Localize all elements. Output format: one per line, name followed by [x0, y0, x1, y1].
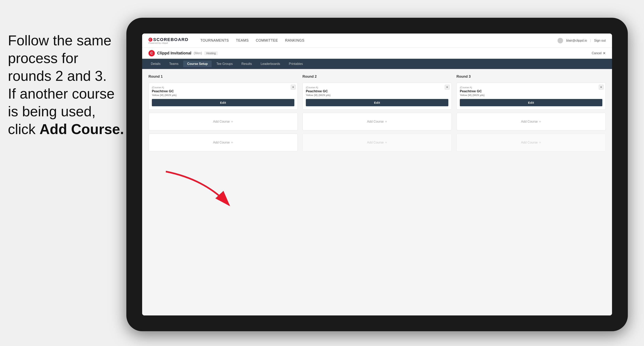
- tablet-screen: C SCOREBOARD Powered by clippd TOURNAMEN…: [142, 33, 612, 316]
- plus-icon-2: +: [231, 140, 233, 145]
- round-2-course-name: Peachtree GC: [306, 89, 448, 93]
- tab-results[interactable]: Results: [238, 60, 256, 67]
- instruction-text: Follow the same process for rounds 2 and…: [0, 31, 134, 138]
- round-1-course-card: ✕ (Course A) Peachtree GC Yellow (M) (66…: [148, 83, 298, 110]
- round-1-column: Round 1 ✕ (Course A) Peachtree GC Yellow…: [148, 75, 298, 152]
- round-2-course-card: ✕ (Course A) Peachtree GC Yellow (M) (66…: [302, 83, 452, 110]
- avatar: [558, 38, 563, 43]
- men-label: (Men): [194, 51, 202, 55]
- logo-text: C SCOREBOARD: [148, 37, 188, 42]
- plus-icon-3: +: [385, 120, 387, 124]
- cancel-button[interactable]: Cancel ✕: [592, 51, 606, 55]
- round-3-add-course-1[interactable]: Add Course +: [456, 113, 606, 131]
- tournament-title-row: C Clippd Invitational (Men) Hosting: [148, 50, 218, 56]
- rounds-grid: Round 1 ✕ (Course A) Peachtree GC Yellow…: [148, 75, 606, 152]
- round-1-course-details: Yellow (M) (6629 yds): [152, 94, 294, 97]
- round-1-title: Round 1: [148, 75, 298, 79]
- round-1-delete-button[interactable]: ✕: [291, 85, 296, 90]
- tab-bar: Details Teams Course Setup Tee Groups Re…: [142, 59, 612, 69]
- logo-subtitle: Powered by clippd: [148, 42, 188, 44]
- plus-icon-5: +: [539, 120, 541, 124]
- plus-icon: +: [231, 120, 233, 124]
- round-3-course-name: Peachtree GC: [460, 89, 602, 93]
- tournament-c-badge: C: [148, 50, 155, 56]
- tab-leaderboards[interactable]: Leaderboards: [257, 60, 284, 67]
- main-content: Round 1 ✕ (Course A) Peachtree GC Yellow…: [142, 69, 612, 316]
- top-nav: C SCOREBOARD Powered by clippd TOURNAMEN…: [142, 33, 612, 48]
- round-1-course-label: (Course A): [152, 86, 294, 89]
- tab-teams[interactable]: Teams: [165, 60, 182, 67]
- round-1-add-course-2[interactable]: Add Course +: [148, 134, 298, 152]
- round-1-edit-button[interactable]: Edit: [152, 99, 294, 106]
- nav-tournaments[interactable]: TOURNAMENTS: [200, 38, 229, 43]
- plus-icon-4: +: [385, 140, 387, 145]
- sign-out-link[interactable]: Sign out: [594, 39, 606, 42]
- scoreboard-logo: C SCOREBOARD Powered by clippd: [148, 37, 188, 44]
- user-email: blair@clippd.io: [566, 39, 587, 42]
- nav-teams[interactable]: TEAMS: [236, 38, 249, 43]
- tournament-name: Clippd Invitational: [157, 51, 191, 55]
- round-1-add-course-1[interactable]: Add Course +: [148, 113, 298, 131]
- tab-printables[interactable]: Printables: [285, 60, 307, 67]
- tab-details[interactable]: Details: [147, 60, 164, 67]
- cancel-x-icon: ✕: [603, 51, 606, 55]
- round-2-course-label: (Course A): [306, 86, 448, 89]
- nav-rankings[interactable]: RANKINGS: [285, 38, 304, 43]
- round-3-course-label: (Course A): [460, 86, 602, 89]
- sub-header: C Clippd Invitational (Men) Hosting Canc…: [142, 48, 612, 59]
- logo-c-icon: C: [148, 38, 152, 42]
- round-2-add-course-1[interactable]: Add Course +: [302, 113, 452, 131]
- round-2-edit-button[interactable]: Edit: [306, 99, 448, 106]
- round-2-delete-button[interactable]: ✕: [445, 85, 450, 90]
- round-2-add-course-2: Add Course +: [302, 134, 452, 152]
- round-3-column: Round 3 ✕ (Course A) Peachtree GC Yellow…: [456, 75, 606, 152]
- nav-right: blair@clippd.io | Sign out: [558, 38, 606, 43]
- round-3-course-details: Yellow (M) (6629 yds): [460, 94, 602, 97]
- tab-tee-groups[interactable]: Tee Groups: [212, 60, 237, 67]
- nav-committee[interactable]: COMMITTEE: [256, 38, 278, 43]
- round-3-delete-button[interactable]: ✕: [599, 85, 604, 90]
- tablet-frame: C SCOREBOARD Powered by clippd TOURNAMEN…: [126, 18, 628, 331]
- round-2-title: Round 2: [302, 75, 452, 79]
- round-3-edit-button[interactable]: Edit: [460, 99, 602, 106]
- nav-links: TOURNAMENTS TEAMS COMMITTEE RANKINGS: [200, 38, 550, 43]
- round-1-course-name: Peachtree GC: [152, 89, 294, 93]
- round-3-add-course-2: Add Course +: [456, 134, 606, 152]
- tab-course-setup[interactable]: Course Setup: [183, 60, 212, 67]
- hosting-badge: Hosting: [204, 51, 218, 55]
- plus-icon-6: +: [539, 140, 541, 145]
- round-3-title: Round 3: [456, 75, 606, 79]
- round-2-course-details: Yellow (M) (6629 yds): [306, 94, 448, 97]
- round-2-column: Round 2 ✕ (Course A) Peachtree GC Yellow…: [302, 75, 452, 152]
- round-3-course-card: ✕ (Course A) Peachtree GC Yellow (M) (66…: [456, 83, 606, 110]
